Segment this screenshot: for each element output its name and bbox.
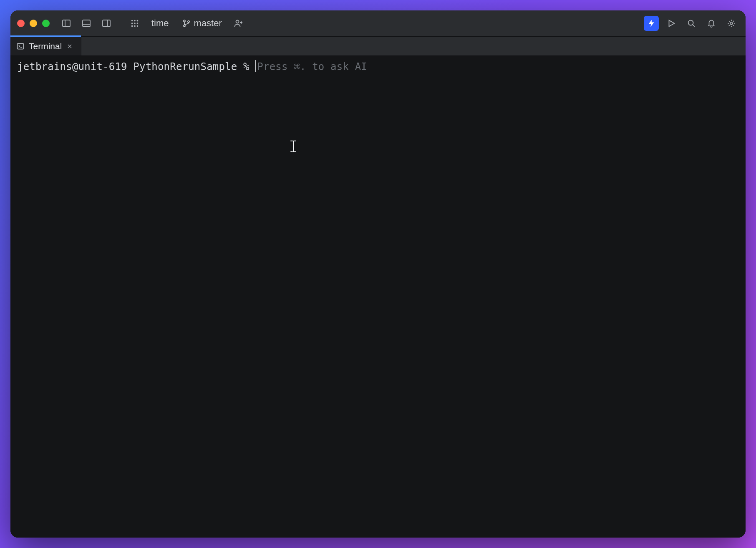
- branch-label: master: [194, 18, 222, 29]
- ide-window: time master: [10, 10, 746, 538]
- window-controls: [17, 20, 50, 27]
- svg-point-8: [137, 20, 139, 22]
- terminal-panel[interactable]: jetbrains@unit-619 PythonRerunSample % P…: [10, 56, 746, 538]
- svg-point-15: [183, 20, 185, 22]
- bell-icon: [707, 19, 716, 28]
- titlebar: time master: [10, 10, 746, 37]
- svg-rect-2: [83, 20, 90, 27]
- tab-active-indicator: [10, 35, 81, 37]
- maximize-window-button[interactable]: [42, 20, 50, 27]
- play-icon: [667, 19, 676, 28]
- svg-point-13: [134, 25, 136, 27]
- search-icon: [687, 19, 696, 28]
- minimize-window-button[interactable]: [30, 20, 37, 27]
- terminal-caret: [255, 60, 256, 72]
- svg-point-24: [730, 22, 733, 25]
- run-button[interactable]: [664, 16, 679, 31]
- svg-point-7: [134, 20, 136, 22]
- lightning-icon: [647, 19, 655, 28]
- svg-marker-21: [669, 20, 675, 27]
- project-selector[interactable]: time: [147, 15, 173, 31]
- close-icon: [67, 43, 73, 49]
- vcs-branch-selector[interactable]: master: [178, 15, 226, 31]
- svg-point-18: [236, 20, 239, 23]
- terminal-icon: [16, 42, 25, 50]
- svg-rect-4: [103, 20, 110, 27]
- bottom-panel-toggle[interactable]: [79, 16, 94, 31]
- notifications-button[interactable]: [704, 16, 719, 31]
- panel-right-icon: [101, 18, 111, 28]
- text-cursor-icon: [289, 140, 297, 153]
- tab-label: Terminal: [29, 41, 62, 51]
- left-panel-toggle[interactable]: [59, 16, 74, 31]
- svg-line-23: [693, 25, 695, 27]
- svg-point-17: [187, 21, 189, 23]
- svg-rect-25: [18, 43, 24, 49]
- svg-point-10: [134, 23, 136, 24]
- svg-point-6: [131, 20, 133, 22]
- panel-left-icon: [61, 18, 71, 28]
- terminal-ghost-hint: Press ⌘. to ask AI: [257, 61, 367, 73]
- svg-point-22: [688, 20, 693, 25]
- svg-rect-0: [63, 20, 70, 27]
- svg-point-9: [131, 23, 133, 24]
- app-launcher-button[interactable]: [127, 16, 142, 31]
- tab-terminal[interactable]: Terminal: [10, 37, 81, 55]
- ai-assistant-button[interactable]: [644, 16, 659, 31]
- svg-point-11: [137, 23, 139, 24]
- svg-point-16: [183, 25, 185, 27]
- right-panel-toggle[interactable]: [99, 16, 114, 31]
- person-plus-icon: [234, 18, 244, 28]
- terminal-prompt: jetbrains@unit-619 PythonRerunSample %: [17, 61, 255, 73]
- grid-icon: [130, 19, 139, 28]
- settings-button[interactable]: [724, 16, 739, 31]
- terminal-line: jetbrains@unit-619 PythonRerunSample % P…: [17, 60, 739, 73]
- gear-icon: [727, 19, 736, 28]
- close-window-button[interactable]: [17, 20, 25, 27]
- invite-collaborator-button[interactable]: [231, 16, 246, 31]
- svg-point-12: [131, 25, 133, 27]
- editor-tab-bar: Terminal: [10, 37, 746, 56]
- branch-icon: [182, 19, 191, 28]
- panel-bottom-icon: [81, 18, 91, 28]
- search-button[interactable]: [684, 16, 699, 31]
- tab-close-button[interactable]: [66, 43, 73, 50]
- project-label: time: [151, 18, 169, 29]
- svg-point-14: [137, 25, 139, 27]
